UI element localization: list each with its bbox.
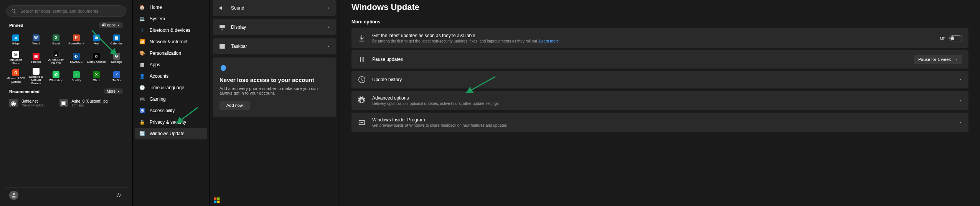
display-icon [219, 24, 226, 31]
recommended-header: Recommended More [4, 87, 129, 96]
nav-personalization[interactable]: 🎨Personalization [135, 47, 207, 59]
card-body: Add a recovery phone number to make sure… [219, 86, 330, 95]
app-solitaire[interactable]: 🂡Solitaire & Casual Games [26, 68, 46, 85]
chevron-right-icon [959, 99, 962, 103]
latest-updates-toggle[interactable] [949, 35, 962, 41]
xbox-icon: ✕ [93, 71, 100, 78]
search-icon [11, 8, 16, 14]
app-spotify[interactable]: ♪Spotify [67, 68, 86, 85]
nav-network[interactable]: 📶Network & internet [135, 36, 207, 47]
lock-icon: 🔒 [139, 119, 145, 125]
office-icon: O [12, 69, 19, 76]
app-todo[interactable]: ✓To Do [107, 68, 127, 85]
image-thumb-icon: ▣ [59, 99, 68, 107]
recommended-list: ◉ Battle.net Recently added ▣ Ashe_0 (Cu… [4, 96, 129, 110]
app-m365[interactable]: OMicrosoft 365 (Office) [6, 68, 26, 85]
toggle-label: Off [940, 36, 945, 41]
nav-accessibility[interactable]: ♿Accessibility [135, 105, 207, 116]
chevron-right-icon [327, 25, 330, 29]
nav-bluetooth[interactable]: ᛒBluetooth & devices [135, 25, 207, 36]
app-mail[interactable]: ✉Mail [87, 31, 106, 49]
all-apps-button[interactable]: All apps [99, 22, 123, 28]
windows-logo-icon [213, 197, 220, 204]
start-footer [4, 187, 129, 203]
taskbar-preview [213, 195, 336, 206]
sys-display[interactable]: Display [213, 19, 336, 35]
search-box[interactable] [6, 5, 126, 17]
recommended-item[interactable]: ◉ Battle.net Recently added [6, 97, 49, 109]
photos-icon: ▣ [33, 53, 40, 60]
app-settings[interactable]: ⚙Settings [107, 49, 127, 67]
app-calendar[interactable]: ▦Calendar [107, 31, 127, 49]
app-excel[interactable]: XExcel [46, 31, 66, 49]
chevron-right-icon [959, 121, 962, 124]
apps-icon: ▦ [139, 62, 145, 68]
nav-system[interactable]: 💻System [135, 13, 207, 25]
chevron-right-icon [959, 78, 962, 82]
card-update-history[interactable]: Update history [351, 71, 968, 88]
insider-icon [358, 118, 366, 127]
svg-rect-3 [217, 198, 220, 200]
battlenet-icon: ◉ [9, 99, 18, 107]
more-options-label: More options [351, 19, 968, 25]
app-whatsapp[interactable]: ✆WhatsApp [46, 68, 66, 85]
app-edge[interactable]: eEdge [6, 31, 26, 49]
search-input[interactable] [20, 9, 121, 13]
app-armoury[interactable]: ▲ARMOURY CRATE [46, 49, 66, 67]
nav-windows-update[interactable]: 🔄Windows Update [135, 128, 207, 139]
spotify-icon: ♪ [73, 71, 80, 78]
add-now-button[interactable]: Add now [219, 101, 250, 110]
app-photos[interactable]: ▣Photos [26, 49, 46, 67]
solitaire-icon: 🂡 [33, 68, 40, 75]
app-dolby[interactable]: ⧈Dolby Access [87, 49, 106, 67]
nav-privacy[interactable]: 🔒Privacy & security [135, 116, 207, 128]
power-button[interactable] [114, 191, 123, 200]
nav-gaming[interactable]: 🎮Gaming [135, 93, 207, 105]
windows-update-main: Windows Update More options Get the late… [340, 0, 980, 206]
shield-icon [219, 64, 227, 72]
recommended-label: Recommended [9, 89, 40, 94]
gear-icon [358, 96, 366, 105]
app-word[interactable]: WWord [26, 31, 46, 49]
word-icon: W [33, 34, 40, 41]
app-xbox[interactable]: ✕Xbox [87, 68, 106, 85]
nav-apps[interactable]: ▦Apps [135, 59, 207, 70]
svg-rect-5 [217, 201, 220, 203]
pinned-grid: eEdge WWord XExcel PPowerPoint ✉Mail ▦Ca… [4, 29, 129, 87]
app-myasus[interactable]: ◐MyASUS [67, 49, 86, 67]
pinned-header: Pinned All apps [4, 21, 129, 29]
card-insider-program[interactable]: Windows Insider Program Get preview buil… [351, 113, 968, 132]
svg-rect-4 [214, 201, 217, 203]
excel-icon: X [53, 34, 59, 41]
card-latest-updates[interactable]: Get the latest updates as soon as they'r… [351, 28, 968, 48]
settings-icon: ⚙ [113, 53, 120, 60]
sys-taskbar[interactable]: Taskbar [213, 38, 336, 54]
sound-icon [219, 5, 226, 11]
learn-more-link[interactable]: Learn more [539, 39, 559, 43]
nav-time[interactable]: 🕐Time & language [135, 82, 207, 93]
pause-dropdown[interactable]: Pause for 1 week [914, 55, 962, 64]
card-advanced-options[interactable]: Advanced options Delivery optimization, … [351, 91, 968, 110]
start-menu: Pinned All apps eEdge WWord XExcel PPowe… [0, 0, 132, 206]
sys-sound[interactable]: Sound [213, 0, 336, 16]
edge-icon: e [12, 34, 19, 41]
app-powerpoint[interactable]: PPowerPoint [67, 31, 86, 49]
recommended-item[interactable]: ▣ Ashe_0 (Custom).jpg 16h ago [56, 97, 111, 109]
pause-icon [358, 55, 366, 64]
gaming-icon: 🎮 [139, 96, 145, 102]
app-store[interactable]: 🛍Microsoft Store [6, 49, 26, 67]
home-icon: 🏠 [139, 4, 145, 10]
chevron-right-icon [117, 24, 120, 27]
card-pause-updates[interactable]: Pause updates Pause for 1 week [351, 50, 968, 69]
system-icon: 💻 [139, 16, 145, 22]
brush-icon: 🎨 [139, 50, 145, 56]
nav-accounts[interactable]: 👤Accounts [135, 70, 207, 82]
nav-home[interactable]: 🏠Home [135, 2, 207, 13]
more-button[interactable]: More [104, 88, 123, 94]
pinned-label: Pinned [9, 23, 23, 28]
user-avatar[interactable] [9, 191, 18, 200]
download-icon [358, 34, 366, 43]
svg-rect-7 [363, 57, 364, 62]
page-title: Windows Update [351, 2, 968, 12]
chevron-down-icon [955, 58, 958, 61]
